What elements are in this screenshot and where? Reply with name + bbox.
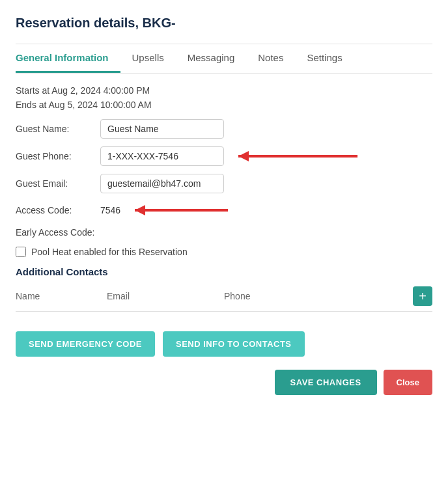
access-code-value: 7546 (100, 205, 120, 215)
column-email: Email (107, 291, 224, 301)
reservation-form: Guest Name: Guest Phone: Guest Email: Ac… (16, 119, 432, 312)
tab-upsells[interactable]: Upsells (120, 44, 176, 73)
tab-general-information[interactable]: General Information (16, 44, 120, 73)
start-date: Starts at Aug 2, 2024 4:00:00 PM (16, 85, 432, 96)
guest-name-row: Guest Name: (16, 119, 432, 139)
svg-marker-1 (238, 151, 249, 161)
tab-messaging[interactable]: Messaging (176, 44, 247, 73)
bottom-actions: SEND EMERGENCY CODE SEND INFO TO CONTACT… (16, 331, 432, 357)
add-contact-button[interactable]: + (413, 286, 432, 306)
access-code-label: Access Code: (16, 205, 100, 215)
guest-phone-label: Guest Phone: (16, 151, 100, 161)
tab-bar: General Information Upsells Messaging No… (16, 44, 432, 74)
footer-actions: SAVE CHANGES Close (16, 370, 432, 395)
tab-notes[interactable]: Notes (246, 44, 295, 73)
additional-contacts-title: Additional Contacts (16, 266, 432, 277)
send-info-to-contacts-button[interactable]: SEND INFO TO CONTACTS (163, 331, 305, 357)
early-access-code-row: Early Access Code: (16, 227, 432, 238)
guest-phone-input[interactable] (100, 146, 224, 166)
guest-name-label: Guest Name: (16, 124, 100, 134)
access-code-row: Access Code: 7546 (16, 201, 432, 219)
page-title: Reservation details, BKG- (16, 16, 432, 31)
save-changes-button[interactable]: SAVE CHANGES (275, 370, 377, 395)
guest-phone-row: Guest Phone: (16, 146, 432, 166)
additional-contacts-section: Additional Contacts Name Email Phone + (16, 266, 432, 312)
pool-heat-label: Pool Heat enabled for this Reservation (31, 247, 188, 257)
send-emergency-code-button[interactable]: SEND EMERGENCY CODE (16, 331, 155, 357)
tab-settings[interactable]: Settings (295, 44, 354, 73)
end-date: Ends at Aug 5, 2024 10:00:00 AM (16, 100, 432, 110)
guest-email-input[interactable] (100, 174, 224, 193)
column-phone: Phone (224, 291, 413, 301)
guest-email-row: Guest Email: (16, 174, 432, 193)
pool-heat-row: Pool Heat enabled for this Reservation (16, 247, 432, 257)
guest-email-label: Guest Email: (16, 178, 100, 189)
svg-marker-3 (135, 205, 145, 215)
access-arrow-indicator (127, 201, 231, 219)
pool-heat-checkbox[interactable] (16, 247, 26, 257)
guest-name-input[interactable] (100, 119, 224, 139)
early-access-code-label: Early Access Code: (16, 227, 100, 238)
contacts-table-header: Name Email Phone + (16, 286, 432, 312)
column-name: Name (16, 291, 107, 301)
phone-arrow-indicator (231, 147, 361, 165)
close-button[interactable]: Close (384, 370, 432, 395)
